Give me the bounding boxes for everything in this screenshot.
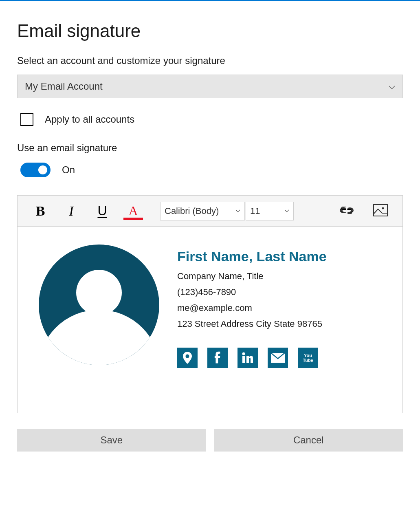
signature-address[interactable]: 123 Street Address City State 98765 — [177, 317, 387, 331]
editor-toolbar: B I U A Calibri (Body) 11 — [18, 196, 402, 227]
svg-text:You: You — [304, 353, 312, 358]
signature-content-area[interactable]: First Name, Last Name Company Name, Titl… — [18, 227, 402, 413]
svg-point-4 — [382, 207, 384, 209]
signature-name[interactable]: First Name, Last Name — [177, 249, 387, 264]
account-dropdown-value: My Email Account — [25, 81, 103, 92]
signature-company-title[interactable]: Company Name, Title — [177, 269, 387, 283]
signature-editor: B I U A Calibri (Body) 11 — [17, 195, 403, 413]
signature-phone[interactable]: (123)456-7890 — [177, 285, 387, 299]
toolbar-right-group — [339, 204, 388, 218]
font-color-button[interactable]: A — [125, 203, 141, 219]
insert-image-button[interactable] — [373, 204, 388, 218]
youtube-icon[interactable]: You Tube — [298, 348, 318, 368]
email-icon[interactable] — [268, 348, 288, 368]
use-signature-toggle-row: On — [20, 163, 403, 177]
underline-button[interactable]: U — [94, 203, 110, 219]
font-family-select[interactable]: Calibri (Body) — [160, 202, 245, 220]
svg-point-9 — [186, 355, 189, 358]
facebook-icon[interactable] — [207, 348, 228, 368]
svg-point-7 — [76, 270, 122, 315]
font-size-value: 11 — [250, 206, 260, 216]
location-pin-icon[interactable] — [177, 348, 198, 368]
social-icons-row: You Tube — [177, 348, 387, 368]
svg-rect-3 — [374, 205, 387, 216]
italic-button[interactable]: I — [63, 203, 79, 219]
signature-info: First Name, Last Name Company Name, Titl… — [177, 245, 387, 368]
apply-all-row: Apply to all accounts — [20, 113, 403, 126]
save-button[interactable]: Save — [17, 429, 206, 452]
font-family-value: Calibri (Body) — [165, 206, 219, 216]
bold-button[interactable]: B — [32, 203, 48, 219]
toggle-state-label: On — [62, 164, 75, 176]
svg-point-11 — [242, 353, 245, 355]
insert-link-button[interactable] — [339, 205, 354, 217]
use-signature-label: Use an email signature — [17, 142, 403, 154]
linkedin-icon[interactable] — [237, 348, 258, 368]
svg-rect-10 — [242, 356, 245, 363]
chevron-down-icon — [284, 208, 289, 214]
toggle-knob — [38, 165, 47, 174]
chevron-down-icon — [389, 81, 395, 92]
action-button-row: Save Cancel — [17, 429, 403, 452]
page-title: Email signature — [17, 21, 403, 41]
chevron-down-icon — [235, 208, 240, 214]
cancel-button[interactable]: Cancel — [214, 429, 403, 452]
font-color-swatch — [123, 218, 143, 220]
apply-all-checkbox[interactable] — [20, 113, 33, 126]
svg-text:Tube: Tube — [303, 358, 313, 363]
page-subtitle: Select an account and customize your sig… — [17, 55, 403, 66]
account-dropdown[interactable]: My Email Account — [17, 75, 403, 98]
signature-avatar[interactable] — [39, 245, 159, 365]
apply-all-label: Apply to all accounts — [45, 114, 134, 125]
signature-email[interactable]: me@example.com — [177, 301, 387, 315]
font-size-select[interactable]: 11 — [246, 202, 294, 220]
use-signature-toggle[interactable] — [20, 163, 51, 177]
settings-pane: Email signature Select an account and cu… — [0, 1, 420, 464]
